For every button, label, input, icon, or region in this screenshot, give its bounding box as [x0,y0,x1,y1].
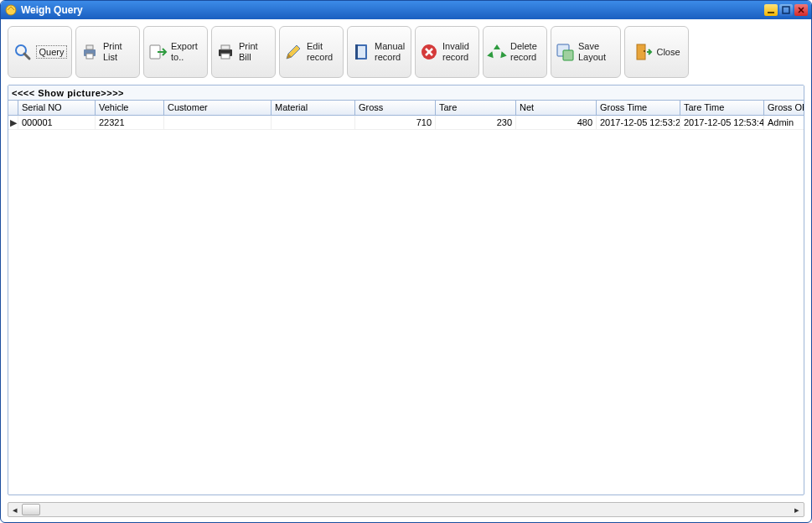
close-button[interactable]: Close [624,26,689,78]
minimize-button[interactable] [764,4,778,16]
recycle-icon [487,42,507,62]
table-row[interactable]: ▶ 000001 22321 710 230 480 2017-12-05 12… [8,116,804,130]
cell-tare-time: 2017-12-05 12:53:48 [680,116,764,129]
search-icon [13,42,33,62]
col-gross-time-header[interactable]: Gross Time [597,101,680,115]
door-exit-icon [633,42,653,62]
col-gross-op-header[interactable]: Gross OP [764,101,804,115]
cell-material [272,116,355,129]
svg-rect-12 [357,46,365,58]
row-indicator-icon: ▶ [8,116,18,129]
horizontal-scrollbar[interactable]: ◂ ▸ [8,502,804,517]
query-button[interactable]: Query [8,26,72,78]
col-net-header[interactable]: Net [516,101,597,115]
manual-record-label: Manual record [375,41,407,62]
cell-vehicle: 22321 [96,116,164,129]
scroll-track[interactable] [22,503,790,516]
delete-x-icon [419,42,439,62]
col-gross-header[interactable]: Gross [355,101,436,115]
print-list-button[interactable]: Print List [75,26,140,78]
notebook-icon [351,42,371,62]
printer-icon [80,42,100,62]
pencil-icon [283,42,303,62]
delete-record-label: Delete record [510,41,543,62]
maximize-button[interactable] [779,4,793,16]
close-window-button[interactable] [794,4,808,16]
svg-rect-13 [355,44,358,60]
cell-customer [164,116,272,129]
export-icon [147,42,168,62]
toolbar: Query Print List Export to.. Print Bill [1,19,811,85]
titlebar[interactable]: Weigh Query [1,1,811,19]
close-label: Close [656,47,680,58]
scroll-right-icon[interactable]: ▸ [790,503,804,516]
col-tare-header[interactable]: Tare [436,101,516,115]
export-label: Export to.. [171,41,204,62]
col-material-header[interactable]: Material [272,101,355,115]
save-layout-label: Save Layout [578,41,617,62]
cell-serial: 000001 [18,116,96,129]
svg-rect-5 [86,45,93,49]
content-area: <<<< Show picture>>>> Serial NO Vehicle … [8,85,804,495]
window-title: Weigh Query [21,4,83,16]
app-icon [4,3,18,17]
window: Weigh Query Query Print List [0,0,812,523]
cell-net: 480 [516,116,597,129]
svg-rect-16 [563,50,573,60]
edit-record-label: Edit record [307,41,339,62]
grid-header-row: Serial NO Vehicle Customer Material Gros… [8,101,804,116]
col-customer-header[interactable]: Customer [164,101,272,115]
export-button[interactable]: Export to.. [143,26,208,78]
print-list-label: Print List [103,41,136,62]
scroll-thumb[interactable] [22,504,40,515]
save-layout-icon [555,42,575,62]
show-picture-toggle[interactable]: <<<< Show picture>>>> [8,85,804,101]
edit-record-button[interactable]: Edit record [279,26,344,78]
col-serial-header[interactable]: Serial NO [18,101,96,115]
print-bill-label: Print Bill [239,41,272,62]
svg-rect-2 [783,7,789,13]
save-layout-button[interactable]: Save Layout [551,26,621,78]
scroll-left-icon[interactable]: ◂ [8,503,22,516]
invalid-record-button[interactable]: Invalid record [415,26,479,78]
cell-gross: 710 [355,116,436,129]
col-tare-time-header[interactable]: Tare Time [680,101,764,115]
delete-record-button[interactable]: Delete record [483,26,547,78]
cell-gross-op: Admin [764,116,804,129]
col-vehicle-header[interactable]: Vehicle [96,101,164,115]
print-bill-button[interactable]: Print Bill [211,26,276,78]
svg-rect-1 [768,12,774,13]
manual-record-button[interactable]: Manual record [347,26,411,78]
query-label: Query [36,45,68,60]
grid-body[interactable]: ▶ 000001 22321 710 230 480 2017-12-05 12… [8,116,804,495]
svg-rect-18 [644,50,645,52]
svg-rect-6 [86,54,93,59]
cell-tare: 230 [436,116,516,129]
cell-gross-time: 2017-12-05 12:53:21 [597,116,680,129]
col-indicator[interactable] [8,101,18,115]
svg-rect-9 [221,45,230,49]
invalid-record-label: Invalid record [442,41,475,62]
printer-bill-icon [215,42,235,62]
svg-rect-10 [221,54,230,59]
